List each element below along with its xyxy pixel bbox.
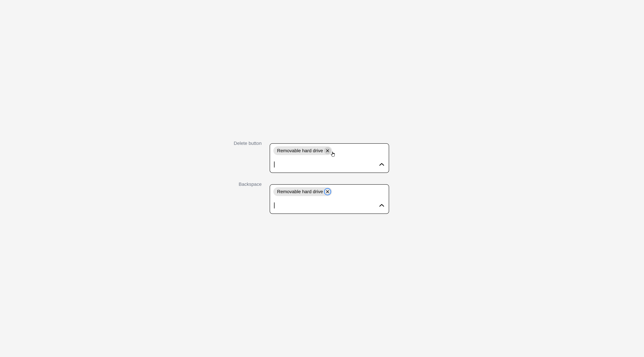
stage: Delete button Removable hard drive — [193, 110, 451, 247]
combobox[interactable]: Removable hard drive — [270, 143, 389, 173]
chip-label: Removable hard drive — [277, 189, 323, 194]
text-caret — [274, 161, 274, 168]
example-label: Delete button — [193, 141, 267, 146]
combobox[interactable]: Removable hard drive — [270, 184, 389, 214]
close-icon — [326, 190, 329, 193]
chip: Removable hard drive — [273, 146, 332, 155]
chip-delete-button[interactable] — [324, 147, 331, 154]
chevron-up-icon — [379, 204, 384, 208]
collapse-button[interactable] — [379, 204, 384, 207]
pointer-cursor-icon — [330, 151, 336, 157]
chip: Removable hard drive — [273, 187, 332, 196]
chip-delete-button[interactable] — [324, 188, 331, 195]
text-caret — [274, 202, 274, 208]
example-label: Backspace — [193, 182, 267, 187]
collapse-button[interactable] — [379, 163, 384, 167]
chevron-up-icon — [379, 163, 384, 167]
chip-label: Removable hard drive — [277, 148, 323, 153]
close-icon — [326, 149, 329, 152]
